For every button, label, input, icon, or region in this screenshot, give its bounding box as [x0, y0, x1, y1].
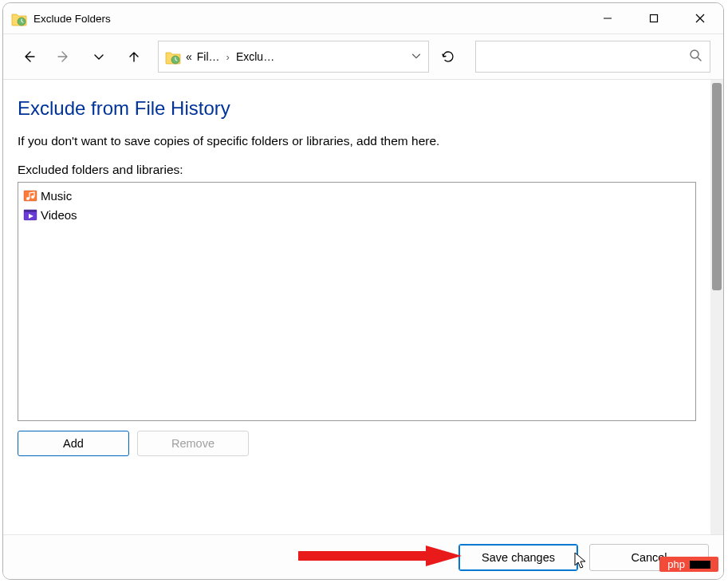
forward-button[interactable]: [48, 41, 80, 73]
maximize-button[interactable]: [631, 3, 677, 33]
page-description: If you don't want to save copies of spec…: [18, 134, 696, 148]
list-item-label: Videos: [41, 208, 77, 222]
watermark-bar: [690, 561, 710, 569]
recent-locations-button[interactable]: [83, 41, 115, 73]
window-title: Exclude Folders: [33, 13, 111, 25]
close-button[interactable]: [677, 3, 723, 33]
save-changes-button[interactable]: Save changes: [458, 544, 578, 571]
svg-rect-12: [24, 210, 37, 212]
music-library-icon: [23, 188, 37, 203]
up-button[interactable]: [118, 41, 150, 73]
list-item[interactable]: Music: [20, 186, 694, 205]
breadcrumb[interactable]: « Fil… › Exclu…: [158, 41, 429, 73]
add-button[interactable]: Add: [18, 431, 129, 456]
breadcrumb-item-root[interactable]: Fil…: [197, 50, 220, 63]
list-item[interactable]: Videos: [20, 205, 694, 224]
videos-library-icon: [23, 207, 37, 222]
svg-line-7: [698, 57, 701, 61]
list-label: Excluded folders and libraries:: [18, 163, 696, 177]
refresh-button[interactable]: [432, 41, 464, 73]
scrollbar-thumb[interactable]: [712, 83, 722, 290]
navigation-bar: « Fil… › Exclu…: [3, 33, 723, 80]
breadcrumb-dropdown[interactable]: [411, 50, 422, 64]
watermark-text: php: [667, 558, 685, 570]
excluded-folders-list[interactable]: Music Videos: [18, 182, 696, 421]
folder-history-icon: [165, 49, 181, 65]
chevron-right-icon: ›: [225, 51, 231, 63]
breadcrumb-overflow[interactable]: «: [186, 50, 192, 63]
dialog-footer: Save changes Cancel: [3, 534, 723, 579]
window-controls: [584, 3, 723, 33]
svg-rect-2: [651, 15, 658, 22]
folder-history-icon: [11, 10, 27, 26]
breadcrumb-item-current[interactable]: Exclu…: [236, 50, 274, 63]
back-button[interactable]: [13, 41, 45, 73]
minimize-button[interactable]: [584, 3, 631, 33]
svg-point-6: [691, 50, 698, 58]
page-title: Exclude from File History: [18, 97, 696, 120]
list-item-label: Music: [41, 189, 72, 203]
search-input[interactable]: [475, 41, 710, 73]
list-actions: Add Remove: [18, 431, 696, 456]
window-frame: Exclude Folders: [2, 2, 724, 580]
content-area: Exclude from File History If you don't w…: [3, 80, 723, 534]
vertical-scrollbar[interactable]: [710, 80, 723, 534]
remove-button: Remove: [137, 431, 249, 456]
title-bar: Exclude Folders: [3, 3, 723, 33]
watermark-badge: php: [659, 557, 718, 572]
search-icon: [689, 49, 702, 65]
